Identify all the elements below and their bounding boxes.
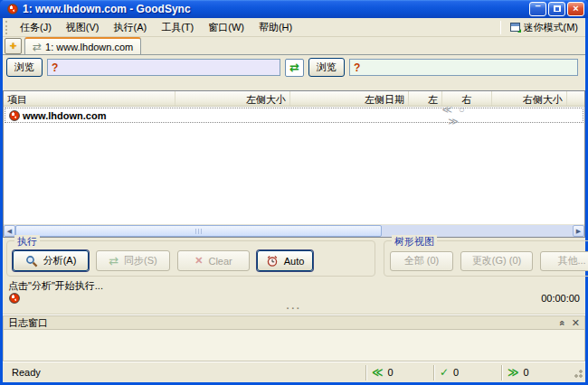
scrollbar-thumb[interactable] <box>15 225 382 237</box>
clear-button[interactable]: ✕ Clear <box>177 250 250 271</box>
tree-changes-button[interactable]: 更改(G) (0) <box>460 251 533 271</box>
statusbar-right-count: ≫ 0 <box>501 365 569 380</box>
status-hint: 点击"分析"开始执行... <box>3 278 585 291</box>
table-row[interactable]: www.lhdown.com ≪ ○ ≫ <box>5 108 583 123</box>
execute-group-title: 执行 <box>14 235 40 249</box>
sync-paths-row: 浏览 ⇄ 浏览 <box>3 55 585 80</box>
horizontal-scrollbar[interactable]: ◀ ▶ <box>4 224 584 237</box>
log-panel: 日志窗口 « ✕ <box>3 315 585 362</box>
left-path-input[interactable] <box>47 59 280 76</box>
menu-window[interactable]: 窗口(W) <box>201 18 251 37</box>
checkmark-icon: ✓ <box>440 366 449 379</box>
log-panel-title: 日志窗口 <box>8 316 48 330</box>
title-bar: 1: www.lhdown.com - GoodSync – × <box>0 0 588 18</box>
panel-splitter[interactable]: ··· <box>3 305 585 315</box>
analyze-button[interactable]: 分析(A) <box>13 250 89 271</box>
mini-mode-button[interactable]: 迷你模式(M) <box>505 19 584 36</box>
new-job-button[interactable]: + <box>5 38 22 54</box>
elapsed-time: 00:00:00 <box>541 293 580 304</box>
scroll-right-icon[interactable]: ▶ <box>573 225 584 237</box>
menu-bar: 任务(J) 视图(V) 执行(A) 工具(T) 窗口(W) 帮助(H) 迷你模式… <box>3 18 585 37</box>
toolbar-separator <box>500 21 501 34</box>
window-title: 1: www.lhdown.com - GoodSync <box>23 3 529 15</box>
close-button[interactable]: × <box>567 2 584 16</box>
mini-mode-label: 迷你模式(M) <box>524 21 579 34</box>
left-browse-button[interactable]: 浏览 <box>6 58 43 77</box>
alarm-clock-icon <box>266 255 279 268</box>
right-browse-button[interactable]: 浏览 <box>308 58 345 77</box>
tab-bar: + ⇄ 1: www.lhdown.com <box>3 37 585 55</box>
sync-arrows-icon: ⇄ <box>109 256 119 266</box>
log-panel-body[interactable] <box>3 330 585 362</box>
right-path-input[interactable] <box>349 59 578 76</box>
menu-view[interactable]: 视图(V) <box>59 18 107 37</box>
row-name: www.lhdown.com <box>23 110 106 121</box>
app-logo-icon <box>7 4 18 14</box>
toolbar-grip[interactable] <box>5 21 9 34</box>
statusbar-synced-count: ✓ 0 <box>433 365 501 380</box>
log-collapse-icon[interactable]: « <box>555 320 567 325</box>
column-left-date[interactable]: 左侧日期 <box>290 91 409 106</box>
tree-other-button[interactable]: 其他... <box>540 251 588 271</box>
status-bar: Ready ≪ 0 ✓ 0 ≫ 0 <box>3 362 585 382</box>
row-goodsync-icon <box>9 110 20 121</box>
menu-job[interactable]: 任务(J) <box>13 18 59 37</box>
statusbar-left-count: ≪ 0 <box>365 365 433 380</box>
left-arrows-icon: ≪ <box>372 366 384 379</box>
menu-action[interactable]: 执行(A) <box>107 18 155 37</box>
auto-button[interactable]: Auto <box>257 250 313 271</box>
tab-label: 1: www.lhdown.com <box>45 42 133 52</box>
clear-x-icon: ✕ <box>194 255 203 267</box>
maximize-icon <box>554 5 561 12</box>
magnifier-icon <box>25 255 38 268</box>
minimize-button[interactable]: – <box>529 2 546 16</box>
log-close-icon[interactable]: ✕ <box>572 317 580 329</box>
column-item[interactable]: 项目 <box>4 91 175 106</box>
file-list-header: 项目 左侧大小 左侧日期 左 右 右侧大小 <box>4 91 584 107</box>
menu-tools[interactable]: 工具(T) <box>154 18 201 37</box>
tree-all-button[interactable]: 全部 (0) <box>390 251 453 271</box>
goodsync-window: 1: www.lhdown.com - GoodSync – × 任务(J) 视… <box>0 0 588 385</box>
swap-direction-button[interactable]: ⇄ <box>285 59 304 77</box>
lower-panels: 执行 分析(A) ⇄ 同步(S) ✕ Clear <box>3 238 585 278</box>
mini-mode-icon <box>510 23 520 32</box>
execute-group: 执行 分析(A) ⇄ 同步(S) ✕ Clear <box>6 240 375 277</box>
right-arrows-icon: ≫ <box>507 366 519 379</box>
tree-view-group: 树形视图 全部 (0) 更改(G) (0) 其他... <box>384 240 588 277</box>
tab-sync-icon: ⇄ <box>33 42 42 52</box>
status-goodsync-icon <box>9 293 20 304</box>
log-panel-header: 日志窗口 « ✕ <box>3 315 585 330</box>
resize-grip[interactable] <box>571 366 583 379</box>
statusbar-state: Ready <box>6 365 365 380</box>
tab-job-1[interactable]: ⇄ 1: www.lhdown.com <box>24 37 141 54</box>
tree-view-group-title: 树形视图 <box>392 235 437 249</box>
file-list: 项目 左侧大小 左侧日期 左 右 右侧大小 www.lhdown.com ≪ ○… <box>3 90 585 238</box>
column-left-size[interactable]: 左侧大小 <box>175 91 290 106</box>
row-direction-icons[interactable]: ≪ ○ ≫ <box>434 104 474 127</box>
menu-help[interactable]: 帮助(H) <box>251 18 299 37</box>
column-right-size[interactable]: 右侧大小 <box>492 91 567 106</box>
file-list-body: www.lhdown.com ≪ ○ ≫ <box>4 107 584 224</box>
spacer <box>3 80 585 90</box>
maximize-button[interactable] <box>548 2 565 16</box>
sync-button[interactable]: ⇄ 同步(S) <box>96 250 170 271</box>
